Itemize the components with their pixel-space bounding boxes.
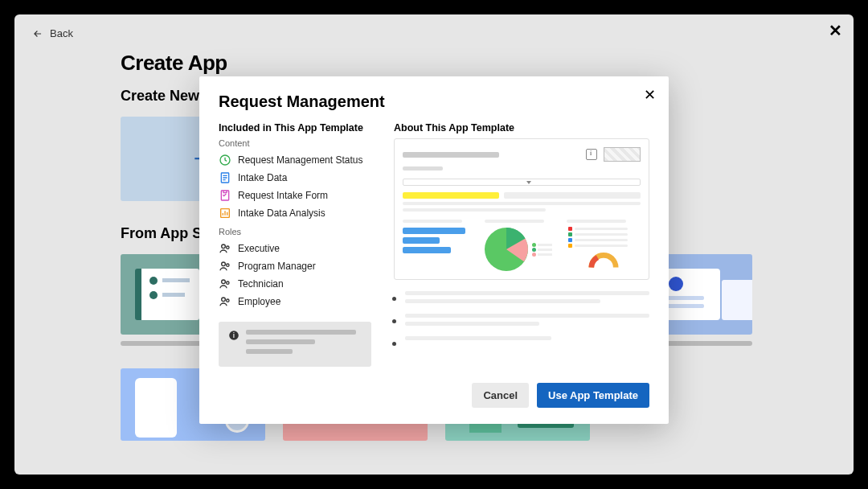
- person-icon: [219, 242, 231, 255]
- person-icon: [219, 295, 231, 308]
- modal-title: Request Management: [219, 92, 649, 111]
- svg-point-11: [227, 246, 229, 249]
- content-item-status[interactable]: Request Management Status: [219, 151, 371, 169]
- about-bullets: [394, 291, 649, 351]
- svg-point-10: [222, 244, 226, 249]
- svg-point-17: [227, 299, 229, 302]
- content-item-label: Request Management Status: [238, 154, 362, 166]
- included-column: Included in This App Template Content Re…: [219, 122, 371, 367]
- content-item-analysis[interactable]: Intake Data Analysis: [219, 204, 371, 222]
- svg-point-13: [227, 264, 229, 266]
- role-item-program-manager[interactable]: Program Manager: [219, 257, 371, 275]
- info-icon: i: [228, 330, 240, 359]
- donut-chart-icon: [588, 252, 619, 268]
- template-modal: ✕ Request Management Included in This Ap…: [199, 76, 669, 424]
- role-label: Program Manager: [238, 261, 316, 272]
- bullet-item: [405, 291, 649, 306]
- back-button[interactable]: Back: [32, 24, 828, 43]
- template-preview: [394, 138, 649, 280]
- content-item-intake-data[interactable]: Intake Data: [219, 169, 371, 187]
- arrow-left-icon: [32, 28, 43, 39]
- svg-point-16: [222, 298, 226, 302]
- page-title: Create App: [121, 51, 828, 76]
- info-note: i: [219, 322, 371, 367]
- included-heading: Included in This App Template: [219, 122, 371, 134]
- badge-icon: [586, 149, 597, 160]
- role-label: Technician: [238, 278, 284, 290]
- role-item-executive[interactable]: Executive: [219, 240, 371, 257]
- role-label: Employee: [238, 296, 280, 307]
- roles-heading: Roles: [219, 227, 371, 236]
- back-label: Back: [50, 27, 73, 39]
- content-item-label: Intake Data: [238, 172, 287, 183]
- content-item-label: Request Intake Form: [238, 190, 328, 201]
- content-item-intake-form[interactable]: Request Intake Form: [219, 187, 371, 204]
- person-icon: [219, 277, 231, 290]
- pie-chart-icon: [485, 228, 528, 271]
- role-label: Executive: [238, 243, 280, 254]
- svg-point-14: [222, 280, 226, 284]
- dashboard-icon: [219, 154, 231, 166]
- analysis-icon: [219, 207, 231, 220]
- close-icon[interactable]: ✕: [644, 86, 656, 104]
- content-item-label: Intake Data Analysis: [238, 208, 326, 219]
- svg-point-15: [227, 281, 229, 284]
- about-heading: About This App Template: [394, 122, 649, 134]
- sheet-icon: [219, 171, 231, 184]
- bullet-item: [405, 314, 649, 328]
- about-column: About This App Template: [394, 122, 649, 367]
- form-icon: [219, 189, 231, 202]
- use-template-button[interactable]: Use App Template: [537, 383, 649, 408]
- cancel-button[interactable]: Cancel: [472, 383, 529, 408]
- bullet-item: [405, 336, 649, 351]
- svg-point-12: [222, 262, 226, 266]
- dropdown-placeholder: [403, 179, 641, 186]
- svg-text:i: i: [233, 332, 235, 339]
- role-item-employee[interactable]: Employee: [219, 293, 371, 310]
- content-heading: Content: [219, 138, 371, 148]
- person-icon: [219, 260, 231, 273]
- role-item-technician[interactable]: Technician: [219, 275, 371, 293]
- image-placeholder-icon: [604, 147, 641, 162]
